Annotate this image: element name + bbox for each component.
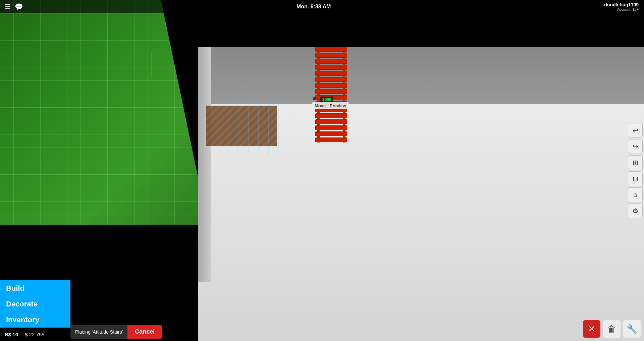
move-preview-label: Move - Preview (312, 102, 349, 109)
trash-button[interactable]: 🗑 (603, 320, 621, 338)
username-display: doodlebug1109 (604, 2, 639, 7)
home-button[interactable]: ⌂ (628, 187, 643, 202)
game-viewport: $900 Move - Preview (0, 0, 644, 341)
grass-grid (0, 0, 208, 225)
red-stairs-object (315, 47, 347, 143)
left-sidebar: Build Decorate Inventory (0, 280, 70, 328)
cursor-line (152, 52, 152, 77)
settings-icon: ⚙ (632, 207, 638, 215)
redo-button[interactable]: ↪ (628, 139, 643, 154)
close-red-icon: ✕ (588, 324, 595, 334)
home-icon: ⌂ (633, 191, 637, 198)
undo-button[interactable]: ↩ (628, 123, 643, 138)
bottom-bar: B$ 10 $ 22 755 (0, 328, 70, 341)
action-label: Move - Preview (315, 103, 346, 108)
decorate-button[interactable]: Decorate (0, 296, 70, 312)
currency-display: B$ 10 (5, 332, 18, 337)
grid-icon: ⊞ (633, 159, 638, 167)
money-display: $ 22 755 (25, 332, 44, 337)
placement-bar: Placing 'Attitude Stairs' Cancel (70, 323, 162, 341)
stair-grid-overlay (198, 101, 282, 154)
snap-icon: ⊟ (633, 175, 638, 183)
room-leftwall (198, 47, 211, 282)
top-bar-left: ☰ 💬 (0, 3, 23, 11)
time-display: Mon. 6:33 AM (297, 4, 331, 9)
cancel-button[interactable]: Cancel (127, 325, 162, 339)
cancel-label: Cancel (135, 328, 155, 335)
inventory-label: Inventory (6, 316, 39, 324)
wrench-icon: 🔧 (627, 324, 637, 334)
snap-button[interactable]: ⊟ (628, 171, 643, 186)
placement-text: Placing 'Attitude Stairs' (75, 329, 123, 335)
wrench-button[interactable]: 🔧 (623, 320, 641, 338)
price-tooltip: $900 (320, 97, 333, 103)
build-label: Build (6, 284, 24, 293)
decorate-label: Decorate (6, 300, 38, 308)
inventory-button[interactable]: Inventory (0, 312, 70, 328)
undo-icon: ↩ (633, 126, 638, 134)
trash-icon: 🗑 (607, 324, 616, 334)
settings-button[interactable]: ⚙ (628, 204, 643, 218)
chat-icon[interactable]: 💬 (15, 3, 23, 11)
room-backwall (206, 47, 644, 107)
bottom-right-actions: ✕ 🗑 🔧 (583, 320, 641, 338)
account-info-display: Account: 13+ (604, 7, 639, 11)
redo-icon: ↪ (633, 143, 638, 151)
hamburger-icon[interactable]: ☰ (5, 3, 11, 11)
top-bar-right: doodlebug1109 Account: 13+ (604, 2, 644, 11)
price-value: $900 (322, 97, 331, 102)
build-button[interactable]: Build (0, 280, 70, 296)
close-red-button[interactable]: ✕ (583, 320, 600, 338)
game-time: Mon. 6:33 AM (23, 4, 604, 10)
right-toolbar: ↩ ↪ ⊞ ⊟ ⌂ ⚙ (627, 120, 644, 221)
grid-button[interactable]: ⊞ (628, 155, 643, 170)
placing-label: Placing 'Attitude Stairs' (70, 325, 127, 339)
top-bar: ☰ 💬 Mon. 6:33 AM doodlebug1109 Account: … (0, 0, 644, 13)
